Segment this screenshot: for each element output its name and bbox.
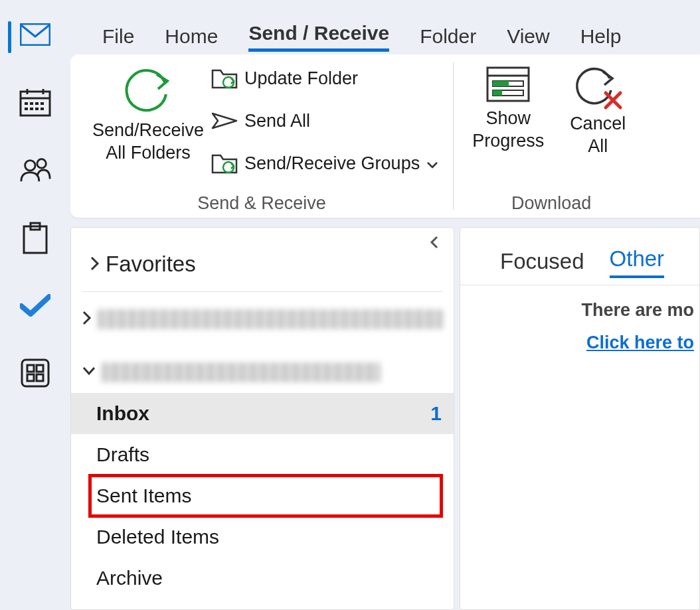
folder-label: Inbox bbox=[96, 402, 149, 425]
reading-pane: Focused Other There are mo Click here to bbox=[460, 227, 700, 610]
chevron-down-icon bbox=[426, 153, 438, 174]
todo-icon[interactable] bbox=[19, 289, 51, 321]
folder-label: Drafts bbox=[96, 443, 149, 466]
svg-rect-8 bbox=[41, 102, 44, 105]
progress-icon bbox=[483, 64, 533, 105]
chevron-right-icon bbox=[90, 252, 100, 277]
send-receive-all-label: Send/Receive All Folders bbox=[85, 119, 211, 165]
left-rail bbox=[0, 0, 70, 610]
collapse-pane-button[interactable] bbox=[430, 236, 439, 253]
folder-pane: Favorites Inbox bbox=[70, 227, 454, 610]
svg-rect-9 bbox=[25, 108, 28, 110]
svg-rect-7 bbox=[35, 102, 39, 105]
folder-sent-items[interactable]: Sent Items bbox=[90, 475, 442, 516]
chevron-right-icon bbox=[82, 310, 92, 329]
svg-rect-11 bbox=[35, 108, 39, 110]
account-name-redacted bbox=[98, 309, 443, 329]
svg-rect-10 bbox=[30, 108, 33, 110]
svg-point-13 bbox=[25, 161, 35, 171]
more-apps-icon[interactable] bbox=[19, 357, 51, 389]
svg-rect-21 bbox=[37, 374, 43, 381]
svg-rect-27 bbox=[493, 81, 509, 86]
folder-label: Deleted Items bbox=[96, 526, 219, 548]
people-icon[interactable] bbox=[19, 154, 51, 186]
send-receive-all-button[interactable]: Send/Receive All Folders bbox=[85, 60, 211, 165]
send-all-button[interactable]: Send All bbox=[211, 105, 438, 137]
account-name-redacted bbox=[102, 362, 381, 382]
sync-icon bbox=[118, 62, 178, 117]
ribbon-group-download: Show Progress Cancel All Download bbox=[454, 54, 649, 218]
ribbon-tabs: File Home Send / Receive Folder View Hel… bbox=[70, 0, 700, 52]
groups-folder-icon bbox=[211, 151, 238, 175]
cancel-all-button[interactable]: Cancel All bbox=[561, 64, 634, 158]
svg-rect-12 bbox=[41, 108, 44, 110]
chevron-down-icon bbox=[82, 366, 96, 379]
tab-sendreceive[interactable]: Send / Receive bbox=[248, 22, 389, 52]
svg-rect-29 bbox=[493, 90, 502, 96]
groups-label: Send/Receive Groups bbox=[244, 153, 420, 174]
svg-point-14 bbox=[37, 159, 46, 168]
click-here-link-wrap: Click here to bbox=[460, 321, 699, 353]
folder-label: Sent Items bbox=[96, 485, 191, 507]
svg-rect-20 bbox=[27, 374, 34, 381]
tab-view[interactable]: View bbox=[507, 25, 549, 52]
tab-help[interactable]: Help bbox=[580, 25, 622, 52]
folder-list: Inbox 1 Drafts Sent Items Deleted Items … bbox=[71, 393, 454, 599]
group-label-download: Download bbox=[454, 193, 649, 214]
folder-drafts[interactable]: Drafts bbox=[71, 434, 454, 475]
svg-rect-17 bbox=[22, 360, 48, 386]
svg-rect-5 bbox=[25, 102, 28, 105]
tab-file[interactable]: File bbox=[102, 25, 134, 52]
folder-count: 1 bbox=[430, 402, 442, 425]
ribbon: Send/Receive All Folders Update Folder S… bbox=[70, 54, 700, 218]
tab-home[interactable]: Home bbox=[165, 25, 218, 52]
ribbon-group-sendreceive: Send/Receive All Folders Update Folder S… bbox=[70, 54, 453, 218]
click-here-link[interactable]: Click here to bbox=[586, 333, 694, 352]
folder-label: Archive bbox=[96, 567, 163, 589]
show-progress-label: Show Progress bbox=[468, 108, 548, 153]
account-row-2[interactable] bbox=[71, 336, 454, 389]
cancel-all-label: Cancel All bbox=[561, 113, 634, 158]
favorites-label: Favorites bbox=[106, 252, 196, 277]
mail-icon[interactable] bbox=[19, 19, 51, 50]
folder-deleted-items[interactable]: Deleted Items bbox=[71, 516, 454, 558]
svg-rect-6 bbox=[30, 102, 33, 105]
favorites-header[interactable]: Favorites bbox=[82, 240, 443, 292]
show-progress-button[interactable]: Show Progress bbox=[468, 64, 548, 158]
send-receive-groups-button[interactable]: Send/Receive Groups bbox=[211, 147, 438, 179]
account-row-1[interactable] bbox=[71, 292, 454, 336]
rail-active-indicator bbox=[8, 21, 11, 53]
update-folder-button[interactable]: Update Folder bbox=[211, 62, 438, 94]
svg-rect-19 bbox=[37, 365, 43, 372]
cancel-sync-icon bbox=[571, 64, 624, 110]
tasks-icon[interactable] bbox=[19, 222, 51, 254]
folder-inbox[interactable]: Inbox 1 bbox=[71, 393, 454, 434]
calendar-icon[interactable] bbox=[19, 86, 51, 118]
group-label-sendreceive: Send & Receive bbox=[70, 193, 453, 214]
tab-folder[interactable]: Folder bbox=[420, 25, 476, 52]
tab-other[interactable]: Other bbox=[610, 246, 665, 278]
more-items-text: There are mo bbox=[460, 285, 699, 321]
send-icon bbox=[211, 111, 238, 131]
update-folder-icon bbox=[211, 66, 238, 90]
message-tabs: Focused Other bbox=[460, 246, 699, 285]
update-folder-label: Update Folder bbox=[244, 68, 358, 89]
svg-rect-18 bbox=[27, 365, 34, 372]
folder-archive[interactable]: Archive bbox=[71, 558, 454, 599]
send-all-label: Send All bbox=[244, 111, 310, 131]
tab-focused[interactable]: Focused bbox=[500, 249, 584, 278]
